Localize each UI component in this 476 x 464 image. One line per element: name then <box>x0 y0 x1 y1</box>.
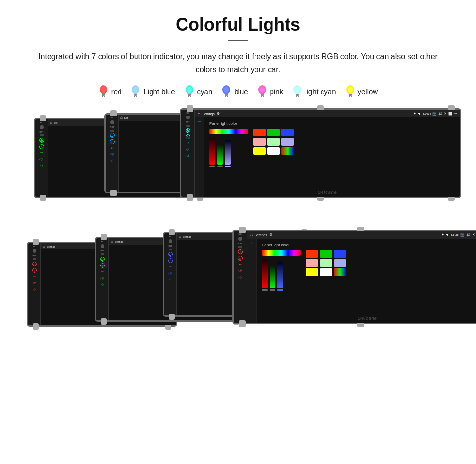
bar-red <box>209 138 215 165</box>
icon-power-1: ⏻ <box>39 138 44 143</box>
yellow-bulb-icon <box>345 85 356 98</box>
lightblue-bulb-icon <box>130 85 141 98</box>
panel-title-bottom: Panel light color <box>262 243 476 247</box>
swatch-red <box>253 129 266 136</box>
color-label-cyan: cyan <box>197 87 213 96</box>
color-label-lightcyan: light cyan <box>305 87 336 96</box>
color-indicators-row: red Light blue <box>19 85 457 98</box>
swatch-rainbow <box>281 147 294 155</box>
swatch-pink <box>253 138 266 146</box>
description-text: Integrated with 7 colors of button indic… <box>29 50 447 76</box>
svg-point-21 <box>260 87 265 93</box>
color-item-red: red <box>98 85 122 98</box>
screen-3: ⌂ Settings ⚙ ✦ ▼ 14:40 📷 🔊 ✕ <box>195 110 460 197</box>
color-label-yellow: yellow <box>358 87 378 96</box>
svg-rect-7 <box>134 94 137 96</box>
svg-point-16 <box>224 87 229 93</box>
device-3-body: MC RST ⏻ ⌂ ↩ ◁+ <box>180 108 461 198</box>
swatch-yellow <box>253 147 266 155</box>
svg-point-26 <box>295 87 300 93</box>
svg-point-31 <box>348 87 353 93</box>
color-label-lightblue: Light blue <box>143 87 175 96</box>
side-panel-3: MC RST ⏻ ⌂ ↩ ◁+ <box>181 110 195 197</box>
device-b4: MC RST ⏻ ⌂ ↩ ◁+ <box>232 230 476 324</box>
color-grid <box>253 129 294 155</box>
svg-rect-27 <box>296 94 299 96</box>
device-b4-body: MC RST ⏻ ⌂ ↩ ◁+ <box>232 230 476 324</box>
red-bulb-icon <box>98 85 109 98</box>
mic-label-1: MC <box>40 121 43 124</box>
lightcyan-bulb-icon <box>292 85 303 98</box>
color-item-blue: blue <box>221 85 248 98</box>
power-btn-1 <box>40 125 44 129</box>
swatch-white <box>267 147 280 155</box>
icon-back-1: ↩ <box>39 150 44 155</box>
mount-tab-tl <box>40 115 46 121</box>
mount-tab-bl <box>40 195 46 201</box>
swatch-lightblue <box>281 138 294 146</box>
swatch-blue <box>281 129 294 136</box>
color-label-blue: blue <box>234 87 248 96</box>
panel-title: Panel light color <box>209 121 455 126</box>
top-device-row: MC RST ⏻ ⌂ ↩ ◁+ <box>19 108 457 220</box>
page-container: Colorful Lights Integrated with 7 colors… <box>0 0 476 361</box>
svg-point-6 <box>133 87 138 93</box>
svg-point-1 <box>101 87 106 93</box>
screen-title-1: Set <box>54 121 58 124</box>
cyan-bulb-icon <box>184 85 195 98</box>
side-panel-1: MC RST ⏻ ⌂ ↩ ◁+ <box>35 119 48 197</box>
color-label-pink: pink <box>270 87 284 96</box>
color-item-lightblue: Light blue <box>130 85 175 98</box>
device-3: MC RST ⏻ ⌂ ↩ ◁+ <box>180 108 461 198</box>
svg-rect-17 <box>225 94 228 96</box>
color-item-cyan: cyan <box>184 85 213 98</box>
page-title: Colorful Lights <box>19 15 457 35</box>
swatch-lightgreen <box>267 138 280 146</box>
rst-label-1: RST <box>40 131 44 133</box>
pink-bulb-icon <box>257 85 268 98</box>
svg-rect-22 <box>261 94 264 96</box>
color-item-lightcyan: light cyan <box>292 85 336 98</box>
icon-vol-1: ◁+ <box>39 157 44 162</box>
icon-vold-1: ◁- <box>39 163 44 168</box>
blue-bulb-icon <box>221 85 232 98</box>
title-divider <box>228 40 248 41</box>
bottom-device-row: MC RST ⏻ ⌂ ↩ ◁+ <box>19 230 457 351</box>
rst-btn-1 <box>40 134 44 136</box>
svg-rect-32 <box>349 94 352 96</box>
bar-green <box>217 145 223 165</box>
bar-blue <box>225 140 231 165</box>
color-bars <box>209 138 248 167</box>
color-item-yellow: yellow <box>345 85 378 98</box>
panel-light-ui: Panel light color <box>204 117 460 197</box>
swatch-green <box>267 129 280 136</box>
color-item-pink: pink <box>257 85 284 98</box>
side-panel-2: MC RST ⏻ ⌂ ↩ ◁+ <box>106 115 119 192</box>
icon-home-1: ⌂ <box>39 144 44 149</box>
screen-b4: ⌂ Settings ⚙ ✦ ▼ 14:40 📷 🔊 ✕ <box>247 231 476 323</box>
panel-light-ui-bottom: Panel light color <box>257 239 476 323</box>
svg-rect-12 <box>188 94 191 96</box>
svg-point-11 <box>187 87 192 93</box>
color-label-red: red <box>111 87 122 96</box>
svg-rect-2 <box>102 94 105 96</box>
home-icon-1: ⌂ <box>50 120 52 125</box>
rainbow-bar-top <box>209 129 248 134</box>
